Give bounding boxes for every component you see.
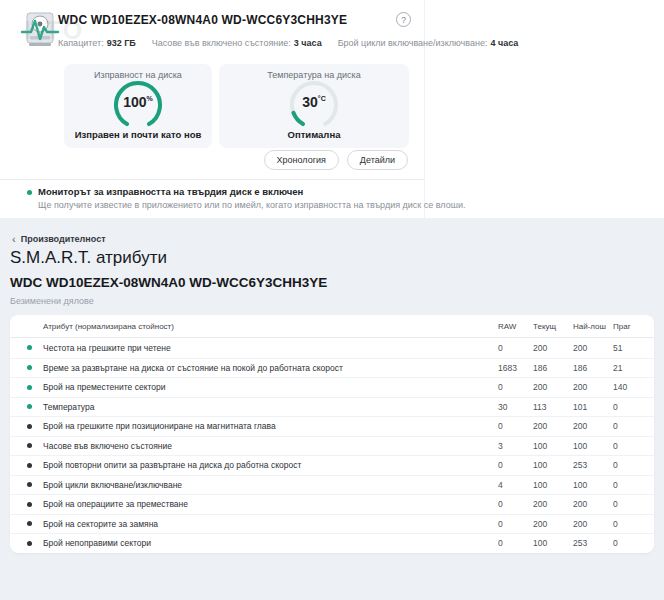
value-worst: 100: [573, 441, 613, 451]
value-raw: 0: [498, 343, 533, 353]
value-threshold: 0: [613, 480, 644, 490]
smart-table-body: Честота на грешките при четене 0 200 200…: [10, 338, 654, 553]
row-status-dot: [27, 541, 32, 546]
value-worst: 200: [573, 499, 613, 509]
value-threshold: 0: [613, 441, 644, 451]
value-worst: 253: [573, 538, 613, 548]
attribute-name: Часове във включено състояние: [43, 441, 498, 451]
monitor-status: Мониторът за изправността на твърдия дис…: [27, 186, 465, 210]
value-current: 200: [533, 499, 573, 509]
value-worst: 200: [573, 421, 613, 431]
value-threshold: 0: [613, 460, 644, 470]
col-worst: Най-лош: [573, 322, 613, 331]
details-button[interactable]: Детайли: [347, 150, 408, 170]
value-current: 200: [533, 343, 573, 353]
value-threshold: 140: [613, 382, 644, 392]
stat-capacity: Капацитет:932 ГБ: [58, 38, 136, 48]
value-worst: 253: [573, 460, 613, 470]
value-current: 100: [533, 538, 573, 548]
attribute-name: Време за развъртане на диска от състояни…: [43, 363, 498, 373]
value-raw: 30: [498, 402, 533, 412]
value-current: 200: [533, 382, 573, 392]
attribute-name: Брой на грешките при позициониране на ма…: [43, 421, 498, 431]
value-raw: 3: [498, 441, 533, 451]
row-status-dot: [27, 385, 32, 390]
monitor-title: Мониторът за изправността на твърдия дис…: [38, 186, 465, 197]
temp-status-label: Оптимална: [288, 129, 341, 140]
value-worst: 200: [573, 519, 613, 529]
row-status-dot: [27, 424, 32, 429]
table-row: Температура 30 113 101 0: [10, 397, 654, 417]
row-status-dot: [27, 521, 32, 526]
breadcrumb-label: Производителност: [21, 234, 106, 244]
attribute-name: Брой цикли включване/изключване: [43, 480, 498, 490]
value-raw: 1683: [498, 363, 533, 373]
value-current: 100: [533, 441, 573, 451]
page-title: S.M.A.R.T. атрибути: [10, 248, 167, 268]
row-status-dot: [27, 365, 32, 370]
temp-card-title: Температура на диска: [267, 70, 360, 80]
value-threshold: 51: [613, 343, 644, 353]
smart-attributes-table: Атрибут (нормализирана стойност) RAW Тек…: [10, 315, 654, 553]
table-row: Часове във включено състояние 3 100 100 …: [10, 436, 654, 456]
health-status-label: Изправен и почти като нов: [75, 129, 202, 140]
value-threshold: 0: [613, 421, 644, 431]
history-button[interactable]: Хронология: [264, 150, 339, 170]
value-current: 100: [533, 460, 573, 470]
health-gauge: 100%: [112, 81, 164, 128]
value-raw: 0: [498, 460, 533, 470]
row-status-dot: [27, 482, 32, 487]
value-worst: 186: [573, 363, 613, 373]
value-current: 113: [533, 402, 573, 412]
monitor-description: Ще получите известие в приложението или …: [38, 200, 465, 210]
value-current: 186: [533, 363, 573, 373]
table-row: Брой на грешките при позициониране на ма…: [10, 416, 654, 436]
value-threshold: 0: [613, 402, 644, 412]
value-raw: 0: [498, 382, 533, 392]
smart-section: ‹ Производителност S.M.A.R.T. атрибути W…: [0, 218, 664, 600]
breadcrumb-back[interactable]: ‹ Производителност: [12, 234, 106, 244]
monitor-status-dot: [27, 190, 32, 195]
chevron-left-icon: ‹: [12, 235, 16, 244]
stat-power-on-hours: Часове във включено състояние:3 часа: [152, 38, 322, 48]
table-row: Брой на преместените сектори 0 200 200 1…: [10, 377, 654, 397]
smart-drive-name: WDC WD10EZEX-08WN4A0 WD-WCC6Y3CHH3YE: [10, 275, 327, 290]
attribute-name: Температура: [43, 402, 498, 412]
row-status-dot: [27, 404, 32, 409]
table-row: Честота на грешките при четене 0 200 200…: [10, 338, 654, 358]
table-row: Време за развъртане на диска от състояни…: [10, 358, 654, 378]
drive-title: WDC WD10EZEX-08WN4A0 WD-WCC6Y3CHH3YE: [58, 13, 347, 27]
drive-stats: Капацитет:932 ГБ Часове във включено със…: [58, 38, 518, 48]
value-raw: 0: [498, 538, 533, 548]
value-worst: 101: [573, 402, 613, 412]
value-worst: 100: [573, 480, 613, 490]
value-worst: 200: [573, 343, 613, 353]
help-icon[interactable]: ?: [396, 12, 411, 27]
value-current: 100: [533, 480, 573, 490]
attribute-name: Брой на преместените сектори: [43, 382, 498, 392]
value-threshold: 0: [613, 519, 644, 529]
attribute-name: Брой на операциите за преместване: [43, 499, 498, 509]
drive-overview-panel: WDC WD10EZEX-08WN4A0 WD-WCC6Y3CHH3YE Кап…: [0, 0, 664, 218]
gauge-cards: Изправност на диска 100% Изправен и почт…: [64, 64, 409, 148]
table-row: Брой повторни опити за развъртане на дис…: [10, 455, 654, 475]
row-status-dot: [27, 345, 32, 350]
table-row: Брой непоправими сектори 0 100 253 0: [10, 533, 654, 553]
value-worst: 200: [573, 382, 613, 392]
row-status-dot: [27, 502, 32, 507]
attribute-name: Брой повторни опити за развъртане на дис…: [43, 460, 498, 470]
value-threshold: 0: [613, 499, 644, 509]
table-row: Брой на секторите за замяна 0 200 200 0: [10, 514, 654, 534]
attribute-name: Честота на грешките при четене: [43, 343, 498, 353]
value-raw: 0: [498, 421, 533, 431]
attribute-name: Брой непоправими сектори: [43, 538, 498, 548]
temp-gauge-value: 30°C: [288, 94, 340, 110]
col-attribute: Атрибут (нормализирана стойност): [43, 322, 498, 331]
col-raw: RAW: [498, 322, 533, 331]
temp-gauge: 30°C: [288, 81, 340, 128]
row-status-dot: [27, 463, 32, 468]
value-current: 200: [533, 421, 573, 431]
hard-drive-icon: [20, 10, 60, 50]
value-raw: 4: [498, 480, 533, 490]
value-threshold: 21: [613, 363, 644, 373]
